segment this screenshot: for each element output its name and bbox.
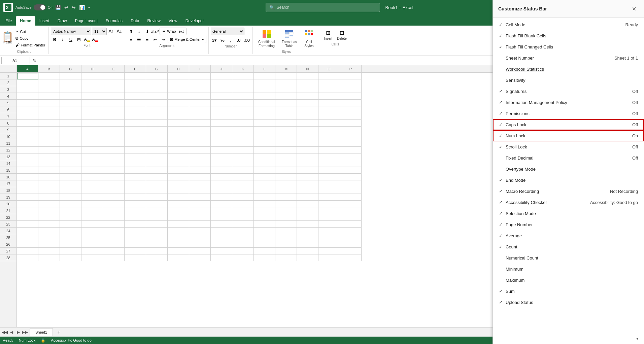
- col-header-K[interactable]: K: [232, 65, 254, 72]
- cell-F19[interactable]: [125, 194, 146, 201]
- cell-D28[interactable]: [81, 254, 103, 261]
- cell-E22[interactable]: [103, 214, 125, 221]
- increase-decimal-button[interactable]: .00: [243, 36, 250, 44]
- cell-E7[interactable]: [103, 113, 125, 120]
- cell-C10[interactable]: [60, 133, 81, 140]
- cell-F11[interactable]: [125, 140, 146, 147]
- col-header-H[interactable]: H: [168, 65, 189, 72]
- cell-M20[interactable]: [275, 201, 297, 207]
- cell-G23[interactable]: [146, 221, 168, 228]
- cell-M10[interactable]: [275, 133, 297, 140]
- cell-L27[interactable]: [254, 248, 275, 254]
- cell-M21[interactable]: [275, 207, 297, 214]
- bold-button[interactable]: B: [51, 36, 58, 43]
- cell-O2[interactable]: [318, 79, 340, 86]
- cell-E14[interactable]: [103, 160, 125, 167]
- col-header-J[interactable]: J: [211, 65, 232, 72]
- cell-A2[interactable]: [17, 79, 38, 86]
- cell-L25[interactable]: [254, 234, 275, 241]
- cell-O22[interactable]: [318, 214, 340, 221]
- cell-I14[interactable]: [189, 160, 211, 167]
- cell-K12[interactable]: [232, 147, 254, 153]
- panel-item-upload-status[interactable]: ✓Upload Status: [493, 297, 644, 308]
- cell-O11[interactable]: [318, 140, 340, 147]
- cell-H18[interactable]: [168, 187, 189, 194]
- cell-G2[interactable]: [146, 79, 168, 86]
- cell-O14[interactable]: [318, 160, 340, 167]
- cell-B24[interactable]: [38, 228, 60, 234]
- sheet-tab-sheet1[interactable]: Sheet1: [30, 328, 53, 336]
- cell-N21[interactable]: [297, 207, 318, 214]
- cell-B10[interactable]: [38, 133, 60, 140]
- cell-L12[interactable]: [254, 147, 275, 153]
- cell-C27[interactable]: [60, 248, 81, 254]
- cell-L11[interactable]: [254, 140, 275, 147]
- panel-item-average[interactable]: ✓Average: [493, 230, 644, 241]
- name-box[interactable]: [1, 57, 28, 64]
- cell-A22[interactable]: [17, 214, 38, 221]
- col-header-B[interactable]: B: [38, 65, 60, 72]
- cell-G15[interactable]: [146, 167, 168, 174]
- row-header-20[interactable]: 20: [0, 201, 16, 207]
- decrease-decimal-button[interactable]: .0: [235, 36, 242, 44]
- cell-I12[interactable]: [189, 147, 211, 153]
- cell-J26[interactable]: [211, 241, 232, 248]
- cell-L4[interactable]: [254, 93, 275, 100]
- cell-P9[interactable]: [340, 127, 362, 133]
- paste-button[interactable]: 📋 Paste: [2, 32, 13, 45]
- cell-O10[interactable]: [318, 133, 340, 140]
- cell-F18[interactable]: [125, 187, 146, 194]
- cell-L6[interactable]: [254, 106, 275, 113]
- cell-K7[interactable]: [232, 113, 254, 120]
- row-header-12[interactable]: 12: [0, 147, 16, 153]
- cell-M11[interactable]: [275, 140, 297, 147]
- cell-O25[interactable]: [318, 234, 340, 241]
- cell-P3[interactable]: [340, 86, 362, 93]
- cell-H15[interactable]: [168, 167, 189, 174]
- cell-C18[interactable]: [60, 187, 81, 194]
- dropdown-arrow-icon[interactable]: ▾: [88, 6, 90, 9]
- col-header-C[interactable]: C: [60, 65, 81, 72]
- row-header-25[interactable]: 25: [0, 234, 16, 241]
- cell-A12[interactable]: [17, 147, 38, 153]
- panel-item-maximum[interactable]: Maximum: [493, 275, 644, 286]
- cell-D1[interactable]: [81, 73, 103, 79]
- cell-N27[interactable]: [297, 248, 318, 254]
- cell-A9[interactable]: [17, 127, 38, 133]
- align-left-button[interactable]: ≡: [127, 36, 135, 43]
- cell-P19[interactable]: [340, 194, 362, 201]
- cell-L20[interactable]: [254, 201, 275, 207]
- cell-F16[interactable]: [125, 174, 146, 180]
- cell-A19[interactable]: [17, 194, 38, 201]
- cell-E15[interactable]: [103, 167, 125, 174]
- cell-P23[interactable]: [340, 221, 362, 228]
- font-grow-button[interactable]: A↑: [107, 28, 115, 35]
- cell-styles-button[interactable]: CellStyles: [301, 28, 317, 49]
- cell-G16[interactable]: [146, 174, 168, 180]
- cell-J3[interactable]: [211, 86, 232, 93]
- cell-H1[interactable]: [168, 73, 189, 79]
- align-bottom-button[interactable]: ⬇: [143, 28, 151, 35]
- number-format-select[interactable]: General: [211, 28, 244, 35]
- cell-A18[interactable]: [17, 187, 38, 194]
- cell-C16[interactable]: [60, 174, 81, 180]
- cell-E28[interactable]: [103, 254, 125, 261]
- row-header-28[interactable]: 28: [0, 254, 16, 261]
- cell-I7[interactable]: [189, 113, 211, 120]
- cell-D13[interactable]: [81, 153, 103, 160]
- cell-N5[interactable]: [297, 100, 318, 106]
- cell-P21[interactable]: [340, 207, 362, 214]
- copy-button[interactable]: ⧉ Copy: [14, 35, 47, 41]
- cell-D18[interactable]: [81, 187, 103, 194]
- cell-C24[interactable]: [60, 228, 81, 234]
- cell-C20[interactable]: [60, 201, 81, 207]
- cell-P16[interactable]: [340, 174, 362, 180]
- cell-G27[interactable]: [146, 248, 168, 254]
- row-header-9[interactable]: 9: [0, 127, 16, 133]
- row-header-2[interactable]: 2: [0, 79, 16, 86]
- cell-P10[interactable]: [340, 133, 362, 140]
- undo-icon[interactable]: ↩: [64, 5, 68, 10]
- cell-E24[interactable]: [103, 228, 125, 234]
- col-header-G[interactable]: G: [146, 65, 168, 72]
- conditional-formatting-button[interactable]: ConditionalFormatting: [256, 28, 278, 49]
